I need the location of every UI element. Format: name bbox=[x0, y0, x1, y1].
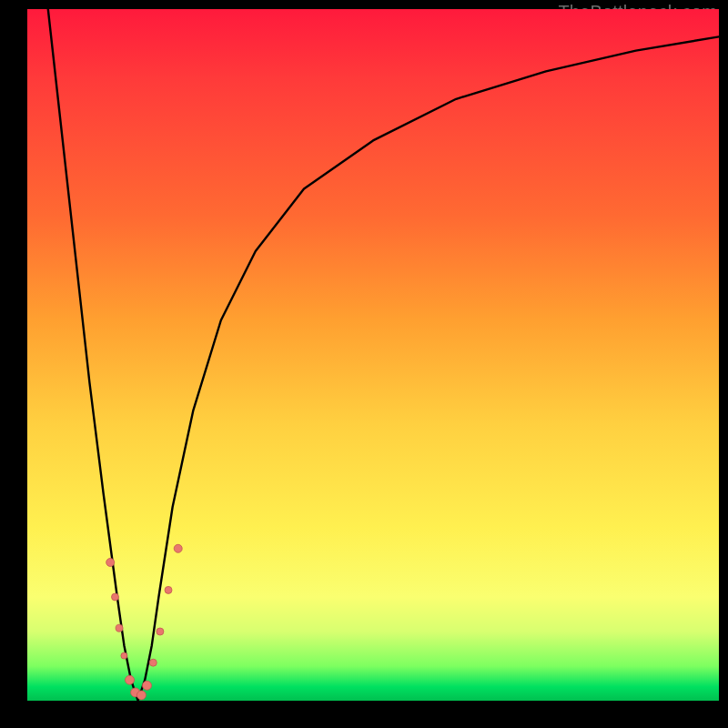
data-marker bbox=[136, 691, 146, 700]
data-marker bbox=[143, 681, 152, 690]
curve-layer bbox=[48, 9, 719, 701]
data-marker bbox=[106, 559, 115, 567]
data-marker bbox=[149, 659, 157, 666]
data-marker bbox=[174, 544, 182, 552]
data-marker bbox=[157, 628, 164, 635]
data-marker bbox=[165, 586, 172, 593]
marker-layer bbox=[106, 544, 183, 700]
plot-area bbox=[27, 9, 719, 701]
data-marker bbox=[126, 675, 135, 684]
bottleneck-curve bbox=[48, 9, 719, 701]
chart-frame: TheBottleneck.com bbox=[0, 0, 728, 728]
data-marker bbox=[116, 624, 123, 632]
data-marker bbox=[121, 652, 127, 659]
data-marker bbox=[112, 593, 119, 601]
chart-svg bbox=[27, 9, 719, 701]
